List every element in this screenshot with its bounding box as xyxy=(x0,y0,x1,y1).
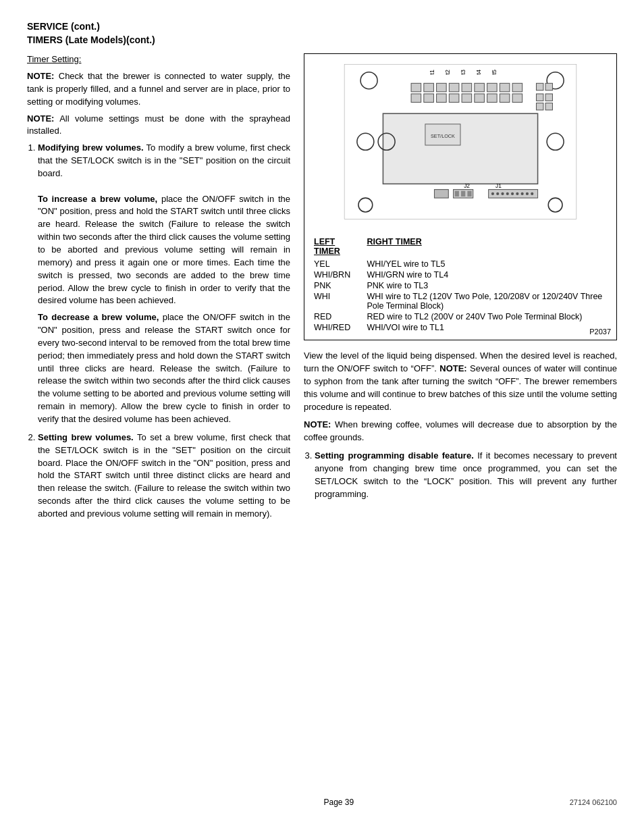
main-content: Timer Setting: NOTE: Check that the brew… xyxy=(27,53,617,784)
svg-rect-18 xyxy=(545,84,552,90)
doc-number: 27124 062100 xyxy=(570,798,617,806)
timer-setting-label: Timer Setting: xyxy=(27,53,290,66)
right-note2-label: NOTE: xyxy=(304,419,331,429)
svg-rect-21 xyxy=(437,94,447,103)
page-footer: Page 39 27124 062100 xyxy=(27,798,617,807)
list-item-2: Setting brew volumes. To set a brew volu… xyxy=(38,432,290,521)
svg-rect-19 xyxy=(411,94,421,103)
right-note2-text: When brewing coffee, volumes will decrea… xyxy=(304,419,617,442)
left-timer-header: LEFT TIMER xyxy=(311,236,364,259)
svg-rect-8 xyxy=(411,84,421,93)
right-note1-label: NOTE: xyxy=(439,363,466,373)
svg-point-35 xyxy=(547,133,564,150)
right-column: t1 t2 t3 t4 t5 xyxy=(304,53,617,784)
svg-point-48 xyxy=(506,192,509,195)
item1-increase-text: place the ON/OFF switch in the "ON" posi… xyxy=(38,194,290,306)
table-row: PNKPNK wire to TL3 xyxy=(311,280,610,291)
page-number: Page 39 xyxy=(108,798,570,807)
right-col-text: View the level of the liquid being dispe… xyxy=(304,350,617,500)
svg-point-55 xyxy=(358,198,373,212)
header-line2: TIMERS (Late Models)(cont.) xyxy=(27,34,617,47)
svg-rect-31 xyxy=(545,103,552,110)
item1-title: Modifying brew volumes. xyxy=(38,142,144,153)
item1-increase-label: To increase a brew volume, xyxy=(38,194,157,204)
list-item-3: Setting programming disable feature. If … xyxy=(315,450,617,500)
timer-left-cell: WHI xyxy=(311,291,364,311)
svg-text:t2: t2 xyxy=(444,70,451,75)
svg-rect-22 xyxy=(449,94,459,103)
svg-text:SET/LOCK: SET/LOCK xyxy=(431,133,455,139)
svg-rect-29 xyxy=(545,94,552,101)
p-code: P2037 xyxy=(589,328,611,336)
item2-text: To set a brew volume, first check that t… xyxy=(38,432,290,519)
timer-right-cell: PNK wire to TL3 xyxy=(364,280,610,291)
svg-rect-25 xyxy=(487,94,498,103)
right-para-2: NOTE: When brewing coffee, volumes will … xyxy=(304,419,617,444)
timer-left-cell: WHI/RED xyxy=(311,322,364,333)
svg-text:J1: J1 xyxy=(495,182,502,189)
svg-point-46 xyxy=(496,192,499,195)
svg-rect-12 xyxy=(462,84,472,93)
svg-text:t4: t4 xyxy=(475,70,482,75)
svg-text:t5: t5 xyxy=(491,70,498,75)
table-row: YELWHI/YEL wire to TL5 xyxy=(311,259,610,269)
timer-left-cell: RED xyxy=(311,311,364,322)
svg-point-50 xyxy=(516,192,518,195)
svg-rect-24 xyxy=(475,94,485,103)
note2-para: NOTE: All volume settings must be done w… xyxy=(27,113,290,138)
note1-text: Check that the brewer is connected to wa… xyxy=(27,71,290,107)
svg-rect-28 xyxy=(537,94,543,101)
svg-point-45 xyxy=(491,192,494,195)
svg-rect-41 xyxy=(455,191,459,197)
timer-right-cell: WHI/GRN wire to TL4 xyxy=(364,269,610,280)
svg-rect-54 xyxy=(434,190,448,199)
svg-rect-17 xyxy=(537,84,543,90)
right-timer-header: RIGHT TIMER xyxy=(364,236,610,259)
svg-rect-11 xyxy=(449,84,459,93)
svg-rect-26 xyxy=(500,94,510,103)
note1-label: NOTE: xyxy=(27,71,54,81)
svg-rect-27 xyxy=(512,94,522,103)
note2-text: All volume settings must be done with th… xyxy=(27,113,290,136)
timer-right-cell: WHI/YEL wire to TL5 xyxy=(364,259,610,269)
svg-rect-9 xyxy=(424,84,434,93)
svg-rect-14 xyxy=(487,84,498,93)
svg-point-51 xyxy=(521,192,524,195)
item3-title: Setting programming disable feature. xyxy=(315,450,474,461)
timer-left-cell: YEL xyxy=(311,259,364,269)
right-col-list: Setting programming disable feature. If … xyxy=(304,450,617,500)
svg-rect-42 xyxy=(461,191,465,197)
header-line1: SERVICE (cont.) xyxy=(27,20,617,34)
svg-rect-23 xyxy=(462,94,472,103)
timer-right-cell: RED wire to TL2 (200V or 240V Two Pole T… xyxy=(364,311,610,322)
svg-text:t3: t3 xyxy=(460,70,466,75)
list-item-1: Modifying brew volumes. To modify a brew… xyxy=(38,142,290,426)
left-column: Timer Setting: NOTE: Check that the brew… xyxy=(27,53,290,784)
item1-decrease-para: To decrease a brew volume, place the ON/… xyxy=(38,311,290,426)
svg-point-1 xyxy=(360,72,377,89)
item1-decrease-text: place the ON/OFF switch in the "ON" posi… xyxy=(38,312,290,424)
timer-right-cell: WHI wire to TL2 (120V Two Pole, 120/208V… xyxy=(364,291,610,311)
svg-rect-10 xyxy=(437,84,447,93)
item1-increase-para: To increase a brew volume, place the ON/… xyxy=(38,193,290,308)
svg-point-47 xyxy=(501,192,504,195)
note2-label: NOTE: xyxy=(27,113,54,124)
svg-rect-30 xyxy=(537,103,543,110)
table-row: WHI/BRNWHI/GRN wire to TL4 xyxy=(311,269,610,280)
svg-rect-15 xyxy=(500,84,510,93)
page-container: SERVICE (cont.) TIMERS (Late Models)(con… xyxy=(0,0,644,834)
diagram-box: t1 t2 t3 t4 t5 xyxy=(304,53,617,340)
table-row: WHI/REDWHI/VOI wire to TL1 xyxy=(311,322,610,333)
svg-point-49 xyxy=(511,192,514,195)
svg-rect-43 xyxy=(467,191,471,197)
note1-para: NOTE: Check that the brewer is connected… xyxy=(27,70,290,109)
table-row: WHIWHI wire to TL2 (120V Two Pole, 120/2… xyxy=(311,291,610,311)
item2-title: Setting brew volumes. xyxy=(38,432,134,442)
timer-right-cell: WHI/VOI wire to TL1 xyxy=(364,322,610,333)
svg-rect-20 xyxy=(424,94,434,103)
svg-text:t1: t1 xyxy=(429,70,435,75)
right-para-1: View the level of the liquid being dispe… xyxy=(304,350,617,413)
svg-point-33 xyxy=(357,133,374,150)
circuit-diagram: t1 t2 t3 t4 t5 xyxy=(311,61,610,230)
svg-point-56 xyxy=(548,198,562,212)
